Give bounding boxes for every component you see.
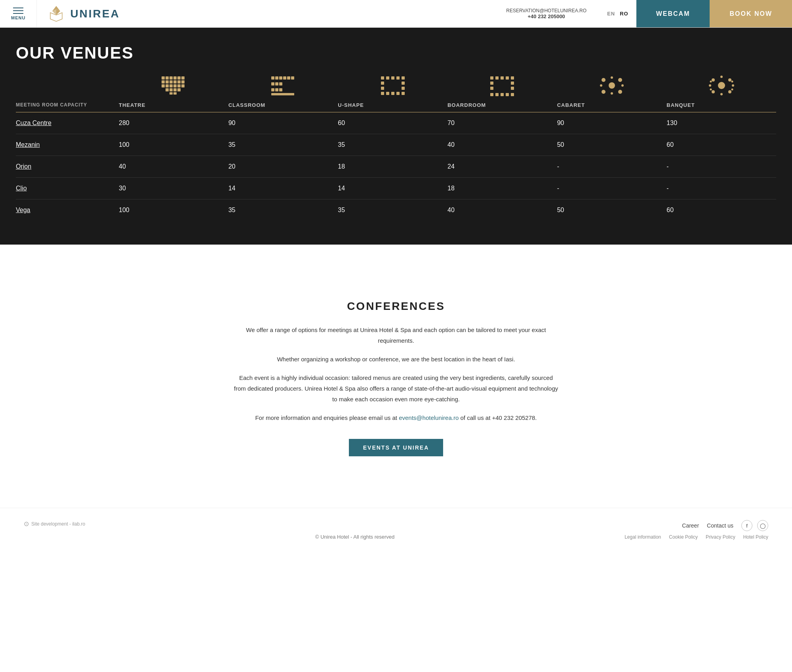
svg-rect-8 (177, 76, 181, 80)
venue-cabaret: - (557, 185, 667, 192)
svg-point-84 (720, 93, 723, 95)
svg-point-78 (718, 82, 725, 89)
menu-label: MENU (11, 15, 25, 20)
svg-rect-37 (271, 88, 274, 91)
svg-rect-45 (386, 92, 389, 95)
table-row: Orion 40 20 18 24 - - (16, 156, 776, 178)
svg-rect-65 (490, 82, 493, 85)
svg-rect-59 (511, 76, 514, 80)
conferences-para4: For more information and enquiries pleas… (234, 412, 558, 423)
classroom-icon (228, 74, 338, 98)
venue-boardroom: 40 (447, 141, 557, 148)
logo-area[interactable]: UNIREA (37, 0, 493, 27)
svg-rect-29 (275, 76, 278, 80)
venue-theatre: 100 (119, 141, 228, 148)
conferences-email[interactable]: events@hotelunirea.ro (399, 414, 459, 421)
venue-name[interactable]: Clio (16, 185, 119, 192)
svg-rect-62 (501, 93, 504, 96)
conferences-title: CONFERENCES (234, 300, 558, 313)
svg-rect-21 (181, 84, 185, 87)
svg-rect-44 (381, 92, 384, 95)
site-footer: ⊙ Site development - ilab.ro © Unirea Ho… (0, 508, 792, 552)
svg-rect-17 (166, 84, 169, 87)
svg-point-89 (710, 89, 712, 91)
svg-rect-39 (279, 88, 282, 91)
svg-rect-22 (166, 88, 169, 91)
svg-rect-6 (169, 76, 173, 80)
webcam-button[interactable]: WEBCAM (636, 0, 710, 27)
venue-cabaret: 50 (557, 141, 667, 148)
header-phone: +40 232 205000 (528, 13, 565, 19)
table-row: Cuza Centre 280 90 60 70 90 130 (16, 112, 776, 134)
venue-ushape: 14 (338, 185, 447, 192)
facebook-icon[interactable]: f (741, 520, 752, 531)
svg-point-85 (709, 84, 711, 87)
svg-point-72 (602, 90, 605, 94)
header-email: RESERVATION@HOTELUNIREA.RO (506, 8, 586, 13)
svg-point-80 (728, 78, 731, 82)
footer-legal-link[interactable]: Legal information (624, 534, 661, 540)
footer-career-link[interactable]: Career (682, 522, 699, 529)
svg-point-75 (611, 92, 613, 95)
svg-rect-57 (501, 76, 504, 80)
venue-classroom: 90 (228, 120, 338, 127)
svg-rect-26 (169, 92, 173, 95)
svg-rect-36 (279, 82, 282, 85)
svg-rect-5 (166, 76, 169, 80)
venues-title: OUR VENUES (16, 44, 776, 63)
lang-en[interactable]: EN (607, 11, 615, 17)
site-development: ⊙ Site development - ilab.ro (24, 520, 85, 528)
svg-rect-58 (506, 76, 509, 80)
footer-left: ⊙ Site development - ilab.ro (24, 520, 85, 528)
svg-rect-38 (275, 88, 278, 91)
svg-rect-55 (490, 76, 493, 80)
language-switcher: EN RO (599, 0, 636, 27)
venue-banquet: - (666, 163, 776, 170)
col-header-room: MEETING ROOM CAPACITY (16, 102, 119, 108)
footer-contact-link[interactable]: Contact us (707, 522, 733, 529)
svg-rect-35 (275, 82, 278, 85)
svg-rect-9 (181, 76, 185, 80)
instagram-icon[interactable]: ◯ (757, 520, 768, 531)
col-header-banquet: BANQUET (666, 102, 776, 108)
events-button[interactable]: EVENTS AT UNIREA (349, 439, 444, 456)
svg-rect-25 (177, 88, 181, 91)
conferences-para3: Each event is a highly individual occasi… (234, 372, 558, 404)
svg-rect-28 (271, 76, 274, 80)
svg-rect-50 (402, 82, 405, 85)
venue-boardroom: 18 (447, 185, 557, 192)
footer-privacy-link[interactable]: Privacy Policy (706, 534, 735, 540)
svg-rect-48 (402, 92, 405, 95)
svg-rect-60 (490, 93, 493, 96)
svg-point-90 (731, 89, 733, 91)
footer-bottom-links: Legal information Cookie Policy Privacy … (624, 534, 768, 540)
venue-banquet: 130 (666, 120, 776, 127)
book-now-button[interactable]: BOOK NOW (710, 0, 792, 27)
venue-name[interactable]: Cuza Centre (16, 120, 119, 127)
svg-rect-61 (495, 93, 499, 96)
svg-rect-40 (271, 93, 294, 95)
venue-name[interactable]: Mezanin (16, 141, 119, 148)
svg-point-79 (712, 78, 715, 82)
svg-point-69 (609, 82, 615, 89)
col-header-boardroom: BOARDROOM (447, 102, 557, 108)
header-contact: RESERVATION@HOTELUNIREA.RO +40 232 20500… (493, 0, 599, 27)
svg-rect-64 (511, 93, 514, 96)
venue-name[interactable]: Orion (16, 163, 119, 170)
col-header-cabaret: CABARET (557, 102, 667, 108)
lang-ro[interactable]: RO (620, 11, 628, 17)
site-dev-label: Site development - ilab.ro (31, 521, 85, 527)
venue-name[interactable]: Vega (16, 207, 119, 214)
svg-rect-11 (166, 80, 169, 84)
svg-rect-7 (173, 76, 177, 80)
banquet-icon (666, 74, 776, 98)
svg-rect-52 (386, 76, 389, 80)
footer-hotel-policy-link[interactable]: Hotel Policy (743, 534, 768, 540)
footer-cookie-link[interactable]: Cookie Policy (669, 534, 698, 540)
table-row: Clio 30 14 14 18 - - (16, 178, 776, 199)
svg-point-76 (600, 84, 602, 87)
venue-theatre: 280 (119, 120, 228, 127)
col-header-theatre: THEATRE (119, 102, 228, 108)
menu-button[interactable]: MENU (0, 0, 37, 27)
conferences-content: CONFERENCES We offer a range of options … (218, 272, 574, 480)
